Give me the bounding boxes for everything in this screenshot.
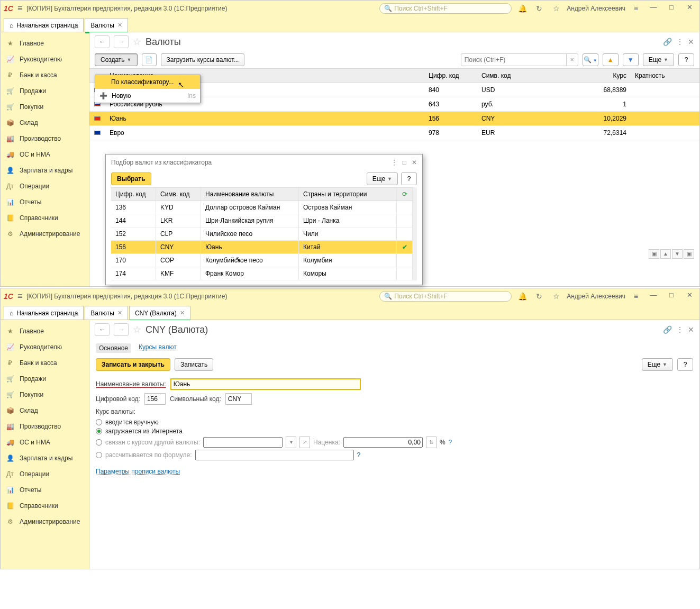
- sidebar-item-ops[interactable]: ДтОперации: [1, 466, 89, 482]
- sidebar-item-reports[interactable]: 📊Отчеты: [1, 194, 89, 210]
- table-row-selected[interactable]: Юань 156 CNY 10,2029: [89, 112, 699, 126]
- find-button[interactable]: 🔍 ▼: [583, 53, 598, 66]
- down-button[interactable]: ▼: [623, 53, 639, 66]
- radio-formula[interactable]: рассчитывается по формуле: ?: [96, 450, 693, 460]
- back-button[interactable]: ←: [95, 35, 110, 48]
- table-row[interactable]: 174KMFФранк КоморКоморы: [111, 267, 413, 280]
- history-icon[interactable]: ↻: [533, 292, 546, 301]
- user-name[interactable]: Андрей Алексеевич: [567, 293, 625, 300]
- dialog-more-button[interactable]: Еще▼: [367, 172, 398, 185]
- radio-linked[interactable]: связан с курсом другой валюты: ▾ ↗ Нацен…: [96, 437, 693, 448]
- close-icon[interactable]: ✕: [117, 22, 122, 29]
- load-rates-button[interactable]: Загрузить курсы валют...: [161, 53, 245, 66]
- num-input[interactable]: [144, 393, 166, 405]
- sidebar-item-salary[interactable]: 👤Зарплата и кадры: [1, 450, 89, 466]
- table-row[interactable]: 170COPКолумбийское песоКолумбия: [111, 254, 413, 267]
- kebab-icon[interactable]: ⋮: [391, 159, 397, 166]
- maximize-button[interactable]: □: [665, 291, 678, 302]
- grid-nav-up[interactable]: ▲: [660, 249, 671, 259]
- grid-nav-last[interactable]: ▣: [684, 249, 694, 259]
- forward-button[interactable]: →: [114, 35, 129, 48]
- linked-currency-input[interactable]: [203, 437, 283, 448]
- sidebar-item-prod[interactable]: 🏭Производство: [1, 131, 89, 147]
- close-icon[interactable]: ✕: [688, 38, 694, 46]
- kebab-icon[interactable]: ⋮: [676, 325, 684, 334]
- sidebar-item-stock[interactable]: 📦Склад: [1, 115, 89, 131]
- sidebar-item-reports[interactable]: 📊Отчеты: [1, 482, 89, 498]
- table-row[interactable]: 144LKRШри-Ланкийская рупияШри - Ланка: [111, 214, 413, 228]
- grid-nav-down[interactable]: ▼: [672, 249, 683, 259]
- help-icon[interactable]: ?: [449, 439, 452, 446]
- chevron-down-icon[interactable]: ▾: [286, 437, 296, 448]
- refresh-icon[interactable]: ⟳: [397, 188, 413, 201]
- sidebar-item-catalogs[interactable]: 📒Справочники: [1, 210, 89, 226]
- settings-icon[interactable]: ≡: [630, 292, 642, 301]
- sidebar-item-stock[interactable]: 📦Склад: [1, 403, 89, 419]
- help-button[interactable]: ?: [677, 358, 693, 371]
- sidebar-item-manager[interactable]: 📈Руководителю: [1, 339, 89, 355]
- spelling-params-link[interactable]: Параметры прописи валюты: [96, 468, 180, 475]
- dd-classifier[interactable]: По классификатору...: [95, 75, 200, 89]
- tab-cny[interactable]: CNY (Валюта) ✕: [129, 306, 190, 320]
- nav-main[interactable]: Основное: [96, 343, 131, 353]
- link-icon[interactable]: 🔗: [663, 38, 672, 46]
- scrollbar[interactable]: [413, 187, 417, 280]
- minimize-button[interactable]: —: [647, 291, 660, 302]
- table-row-selected[interactable]: 156CNYЮаньКитай✔: [111, 241, 413, 254]
- spinner-icon[interactable]: ⇅: [426, 437, 437, 448]
- sidebar-item-salary[interactable]: 👤Зарплата и кадры: [1, 162, 89, 178]
- markup-input[interactable]: [343, 437, 423, 448]
- clear-search-button[interactable]: ×: [567, 53, 578, 66]
- more-button[interactable]: Еще▼: [643, 53, 674, 66]
- sidebar-item-bank[interactable]: ₽Банк и касса: [1, 67, 89, 83]
- sidebar-item-prod[interactable]: 🏭Производство: [1, 419, 89, 434]
- open-ref-button[interactable]: ↗: [299, 437, 310, 448]
- global-search[interactable]: 🔍 Поиск Ctrl+Shift+F: [379, 3, 512, 14]
- user-name[interactable]: Андрей Алексеевич: [567, 5, 625, 12]
- sidebar-item-sales[interactable]: 🛒Продажи: [1, 83, 89, 99]
- help-icon[interactable]: ?: [357, 451, 361, 459]
- main-menu-icon[interactable]: ≡: [17, 292, 22, 301]
- favorite-icon[interactable]: ☆: [133, 36, 141, 48]
- close-icon[interactable]: ✕: [117, 310, 122, 316]
- table-row[interactable]: 136KYDДоллар островов КайманОстрова Кайм…: [111, 201, 413, 214]
- close-button[interactable]: ✕: [683, 3, 696, 14]
- radio-manual[interactable]: вводится вручную: [96, 419, 693, 426]
- save-button[interactable]: Записать: [175, 358, 213, 371]
- sidebar-item-bank[interactable]: ₽Банк и касса: [1, 355, 89, 371]
- copy-button[interactable]: 📄: [142, 53, 157, 66]
- formula-input[interactable]: [195, 450, 354, 460]
- save-close-button[interactable]: Записать и закрыть: [96, 358, 170, 371]
- maximize-button[interactable]: □: [665, 3, 678, 14]
- search-input[interactable]: [461, 53, 567, 66]
- bell-icon[interactable]: 🔔: [516, 292, 529, 301]
- tab-home[interactable]: ⌂ Начальная страница: [4, 18, 84, 32]
- sidebar-item-main[interactable]: ★Главное: [1, 35, 89, 51]
- dd-new[interactable]: ➕ Новую Ins: [95, 89, 200, 103]
- star-icon[interactable]: ☆: [550, 292, 562, 301]
- more-button[interactable]: Еще▼: [642, 358, 673, 371]
- bell-icon[interactable]: 🔔: [516, 4, 529, 13]
- close-icon[interactable]: ✕: [412, 159, 417, 166]
- sidebar-item-sales[interactable]: 🛒Продажи: [1, 371, 89, 387]
- dialog-help-button[interactable]: ?: [401, 172, 417, 185]
- sidebar-item-catalogs[interactable]: 📒Справочники: [1, 498, 89, 514]
- detach-icon[interactable]: □: [403, 159, 406, 166]
- kebab-icon[interactable]: ⋮: [676, 38, 684, 46]
- nav-rates[interactable]: Курсы валют: [139, 343, 177, 353]
- close-icon[interactable]: ✕: [688, 325, 694, 334]
- sidebar-item-manager[interactable]: 📈Руководителю: [1, 51, 89, 67]
- sidebar-item-ops[interactable]: ДтОперации: [1, 178, 89, 194]
- tab-home[interactable]: ⌂ Начальная страница: [4, 306, 84, 320]
- sidebar-item-buy[interactable]: 🛒Покупки: [1, 387, 89, 403]
- forward-button[interactable]: →: [114, 323, 129, 336]
- tab-currencies[interactable]: Валюты ✕: [85, 306, 128, 320]
- sidebar-item-main[interactable]: ★Главное: [1, 323, 89, 339]
- table-row[interactable]: Евро 978 EUR 72,6314: [89, 126, 699, 140]
- sidebar-item-assets[interactable]: 🚚ОС и НМА: [1, 147, 89, 162]
- close-icon[interactable]: ✕: [180, 310, 185, 316]
- table-row[interactable]: 152CLPЧилийское песоЧили: [111, 228, 413, 241]
- sym-input[interactable]: [225, 393, 252, 405]
- favorite-icon[interactable]: ☆: [133, 324, 141, 335]
- close-button[interactable]: ✕: [683, 291, 696, 302]
